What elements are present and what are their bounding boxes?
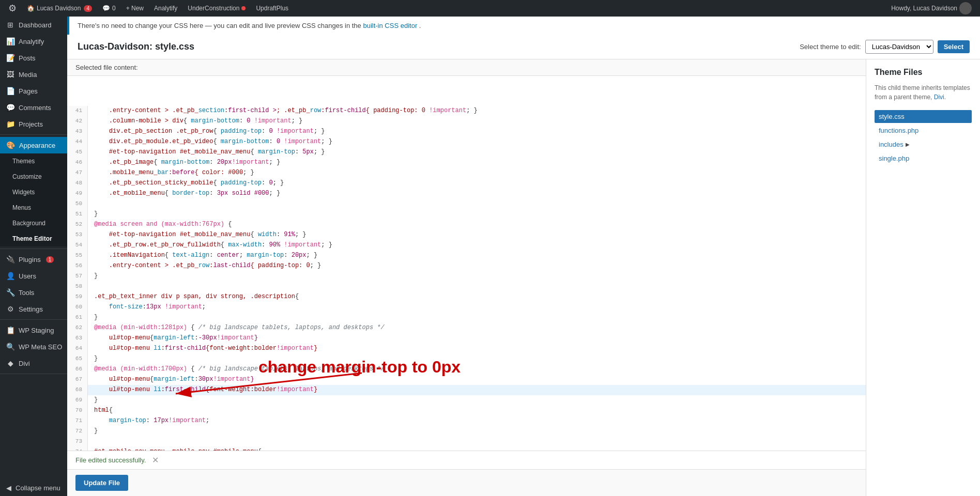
analytify-item[interactable]: Analytify [150,0,181,17]
editor-container[interactable]: 41 .entry-content > .et_pb_section:first… [67,76,866,496]
line-content-45: #et-top-navigation #et_mobile_nav_menu{ … [88,147,866,158]
select-button[interactable]: Select [938,40,970,53]
line-content-42: .column-mobile > div{ margin-bottom: 0 !… [88,116,866,127]
new-item[interactable]: + New [122,0,148,17]
theme-file-style-css[interactable]: style.css [875,110,972,123]
sidebar-label-posts: Posts [19,54,36,62]
theme-selector[interactable]: Lucas-Davidson [865,40,933,54]
code-editor-wrapper[interactable]: 41 .entry-content > .et_pb_section:first… [67,76,866,451]
line-content-73 [88,437,866,447]
page-title: Lucas-Davidson: style.css [78,41,194,52]
line-number-71: 71 [67,416,88,426]
update-file-button[interactable]: Update File [75,475,128,491]
sidebar-item-appearance[interactable]: 🎨 Appearance [0,137,67,153]
theme-files-description: This child theme inherits templates from… [875,83,972,102]
code-editor[interactable]: 41 .entry-content > .et_pb_section:first… [67,76,866,451]
line-content-41: .entry-content > .et_pb_section:first-ch… [88,106,866,116]
sidebar-divider-4 [0,374,67,374]
sidebar-item-menus[interactable]: Menus [0,200,67,215]
line-content-52: @media screen and (max-width:767px) { [88,220,866,230]
line-number-48: 48 [67,178,88,189]
single-php-link[interactable]: single.php [879,154,909,162]
code-line-66: 66@media (min-width:1700px) { /* big lan… [67,364,866,375]
code-line-71: 71 margin-top: 17px!important; [67,416,866,426]
wp-meta-seo-icon: 🔍 [6,343,14,351]
projects-icon: 📁 [6,120,14,128]
line-number-45: 45 [67,147,88,158]
theme-file-functions-php[interactable]: functions.php [875,124,972,137]
code-line-42: 42 .column-mobile > div{ margin-bottom: … [67,116,866,127]
content-area: There's no need to change your CSS here … [67,17,980,496]
line-number-56: 56 [67,261,88,271]
code-line-41: 41 .entry-content > .et_pb_section:first… [67,106,866,116]
line-number-68: 68 [67,385,88,395]
includes-arrow-icon: ▶ [906,142,910,147]
line-content-53: #et-top-navigation #et_mobile_nav_menu{ … [88,230,866,240]
notice-row: File edited successfully. ✕ [75,455,858,465]
theme-file-includes[interactable]: includes ▶ [875,138,972,151]
page-header: Lucas-Davidson: style.css Select theme t… [67,35,980,59]
line-content-60: font-size:13px !important; [88,302,866,313]
code-line-51: 51} [67,209,866,220]
updraftplus-item[interactable]: UpdraftPlus [252,0,293,17]
includes-link[interactable]: includes [879,141,904,148]
sidebar-label-dashboard: Dashboard [19,21,52,29]
sidebar-item-media[interactable]: 🖼 Media [0,66,67,83]
menus-label: Menus [12,204,31,211]
sidebar-item-wp-staging[interactable]: 📋 WP Staging [0,322,67,338]
sidebar-item-analytify[interactable]: 📊 Analytify [0,33,67,50]
close-notice-button[interactable]: ✕ [150,455,161,465]
code-line-72: 72} [67,426,866,437]
collapse-menu-button[interactable]: ◀ Collapse menu [0,480,67,496]
under-construction-item[interactable]: UnderConstruction [183,0,250,17]
sidebar-item-pages[interactable]: 📄 Pages [0,83,67,99]
style-css-label: style.css [879,113,905,120]
code-line-44: 44 div.et_pb_module.et_pb_video{ margin-… [67,137,866,147]
line-content-67: ul#top-menu{margin-left:30px!important} [88,375,866,385]
sidebar-item-plugins[interactable]: 🔌 Plugins 1 [0,251,67,268]
comments-item[interactable]: 💬 0 [98,0,120,17]
line-number-69: 69 [67,395,88,406]
code-line-52: 52@media screen and (max-width:767px) { [67,220,866,230]
sidebar-item-tools[interactable]: 🔧 Tools [0,284,67,301]
site-home-item[interactable]: 🏠 Lucas Davidson 4 [23,0,96,17]
sidebar-item-themes[interactable]: Themes [0,153,67,169]
line-number-52: 52 [67,220,88,230]
code-line-47: 47 .mobile_menu_bar:before{ color: #000;… [67,168,866,178]
sidebar-item-wp-meta-seo[interactable]: 🔍 WP Meta SEO [0,338,67,355]
parent-theme-link[interactable]: Divi [934,94,944,101]
sidebar-item-divi[interactable]: ◆ Divi [0,355,67,371]
line-content-66: @media (min-width:1700px) { /* big lands… [88,364,866,375]
customize-label: Customize [12,173,42,180]
sidebar-item-dashboard[interactable]: ⊞ Dashboard [0,17,67,33]
sidebar-item-comments[interactable]: 💬 Comments [0,99,67,116]
users-icon: 👤 [6,272,14,280]
plugins-badge: 1 [46,256,54,263]
line-number-73: 73 [67,437,88,447]
howdy-item[interactable]: Howdy, Lucas Davidson [887,2,976,14]
line-number-62: 62 [67,323,88,333]
line-content-64: ul#top-menu li:first-child{font-weight:b… [88,344,866,354]
line-number-47: 47 [67,168,88,178]
sidebar-item-posts[interactable]: 📝 Posts [0,50,67,66]
sidebar-item-widgets[interactable]: Widgets [0,184,67,200]
theme-file-single-php[interactable]: single.php [875,152,972,165]
sidebar-item-users[interactable]: 👤 Users [0,268,67,284]
css-editor-link[interactable]: built-in CSS editor [363,22,417,29]
wp-logo-item[interactable]: ⚙ [4,0,21,17]
sidebar-label-users: Users [19,272,36,280]
sidebar-label-divi: Divi [19,360,30,367]
comments-count: 0 [112,5,116,12]
analytify-icon: 📊 [6,37,14,45]
code-line-48: 48 .et_pb_section_sticky_mobile{ padding… [67,178,866,189]
sidebar-item-settings[interactable]: ⚙ Settings [0,301,67,317]
sidebar-item-projects[interactable]: 📁 Projects [0,116,67,132]
collapse-label: Collapse menu [16,484,60,492]
functions-php-link[interactable]: functions.php [879,127,918,134]
sidebar-item-background[interactable]: Background [0,215,67,231]
new-label: + New [126,5,144,12]
sidebar-item-customize[interactable]: Customize [0,169,67,184]
sidebar-item-theme-editor[interactable]: Theme Editor [0,231,67,246]
code-line-57: 57} [67,271,866,282]
line-number-54: 54 [67,240,88,251]
